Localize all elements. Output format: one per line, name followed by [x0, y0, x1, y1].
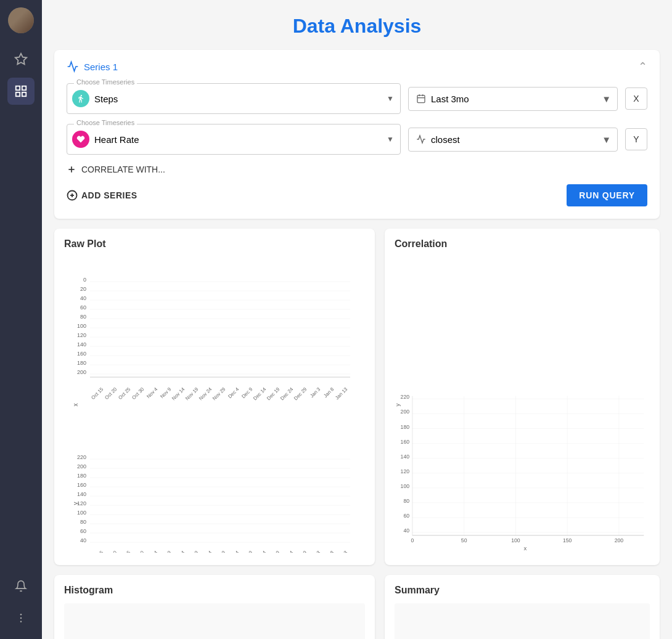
series-header: Series 1 ⌃	[67, 60, 647, 73]
svg-text:80: 80	[403, 498, 409, 504]
svg-text:Jan 3: Jan 3	[309, 386, 322, 399]
heart-rate-timeseries-label: Choose Timeseries	[74, 119, 137, 126]
svg-rect-3	[16, 92, 20, 96]
svg-text:Nov 24: Nov 24	[198, 386, 213, 402]
series-line-icon	[67, 60, 79, 73]
correlate-method-select[interactable]: closest ▼	[408, 128, 618, 152]
svg-text:Nov 14: Nov 14	[171, 386, 186, 402]
histogram-title: Histogram	[64, 585, 365, 596]
svg-text:220: 220	[401, 394, 410, 400]
svg-rect-1	[16, 86, 20, 90]
svg-text:220: 220	[77, 454, 86, 460]
query-card: Series 1 ⌃ Choose Timeseries Steps ▼	[54, 50, 660, 219]
steps-chevron-icon: ▼	[387, 94, 394, 103]
add-series-icon	[67, 190, 78, 201]
histogram-card: Histogram	[54, 575, 375, 639]
svg-text:Dec 29: Dec 29	[293, 550, 308, 553]
correlate-row[interactable]: CORRELATE WITH...	[67, 165, 647, 174]
svg-text:80: 80	[80, 314, 86, 320]
svg-text:20: 20	[80, 286, 86, 292]
svg-text:Oct 15: Oct 15	[90, 550, 104, 553]
x-badge[interactable]: X	[625, 88, 647, 110]
charts-grid: Raw Plot x 200 180 160 140 120 100 80 60…	[54, 229, 660, 639]
y-badge[interactable]: Y	[625, 128, 647, 150]
svg-text:140: 140	[401, 454, 410, 460]
histogram-placeholder	[64, 603, 365, 639]
series-label: Series 1	[84, 62, 118, 72]
svg-text:150: 150	[563, 537, 572, 543]
svg-text:200: 200	[615, 537, 624, 543]
svg-text:180: 180	[77, 360, 86, 366]
svg-text:Dec 19: Dec 19	[266, 386, 281, 402]
date-chevron-icon: ▼	[602, 94, 611, 104]
calendar-icon	[416, 94, 426, 104]
avatar[interactable]	[8, 7, 34, 33]
svg-text:Oct 30: Oct 30	[131, 386, 145, 401]
steps-icon-badge	[72, 90, 89, 107]
svg-text:140: 140	[77, 341, 86, 348]
svg-text:180: 180	[77, 473, 86, 479]
svg-text:Dec 29: Dec 29	[293, 386, 308, 402]
svg-text:100: 100	[77, 323, 86, 329]
svg-text:0: 0	[83, 277, 86, 283]
sidebar-item-favorites[interactable]	[7, 46, 35, 73]
action-row: ADD SERIES RUN QUERY	[67, 184, 647, 206]
raw-plot-svg: x 200 180 160 140 120 100 80 60 40 20 0	[64, 257, 365, 553]
steps-timeseries-group: Choose Timeseries Steps ▼	[67, 83, 401, 114]
svg-text:Dec 19: Dec 19	[266, 550, 281, 553]
sidebar-item-analytics[interactable]	[7, 78, 35, 105]
summary-title: Summary	[395, 585, 650, 596]
svg-text:Jan 8: Jan 8	[322, 386, 335, 399]
main-content: Data Analysis Series 1 ⌃ Choose Timeseri…	[42, 0, 672, 639]
svg-text:Nov 14: Nov 14	[171, 550, 186, 553]
correlation-chart-container: y 40 60 80 100 120 140 160 180 200 220	[395, 257, 650, 555]
collapse-button[interactable]: ⌃	[638, 60, 647, 73]
steps-timeseries-select[interactable]: Steps ▼	[67, 83, 401, 114]
svg-text:Jan 8: Jan 8	[322, 550, 335, 553]
svg-text:140: 140	[77, 491, 86, 497]
svg-text:Nov 9: Nov 9	[159, 550, 173, 553]
svg-text:0: 0	[411, 537, 414, 543]
svg-text:x: x	[72, 404, 79, 407]
svg-text:Dec 4: Dec 4	[227, 386, 240, 400]
plus-icon	[67, 165, 76, 174]
heart-rate-timeseries-select[interactable]: Heart Rate ▼	[67, 124, 401, 155]
svg-text:Oct 25: Oct 25	[117, 550, 131, 553]
svg-text:Oct 30: Oct 30	[131, 550, 145, 553]
svg-text:40: 40	[80, 295, 86, 301]
svg-text:100: 100	[401, 483, 410, 489]
svg-text:120: 120	[77, 332, 86, 338]
svg-text:200: 200	[401, 409, 410, 415]
correlation-title: Correlation	[395, 238, 650, 250]
svg-text:60: 60	[403, 513, 409, 519]
summary-placeholder	[395, 603, 650, 639]
svg-text:Oct 25: Oct 25	[117, 386, 131, 401]
run-query-button[interactable]: RUN QUERY	[567, 184, 647, 206]
sidebar-item-notifications[interactable]	[7, 572, 35, 600]
svg-text:Nov 4: Nov 4	[145, 550, 159, 553]
correlate-method-chevron-icon: ▼	[602, 134, 611, 145]
add-series-button[interactable]: ADD SERIES	[67, 190, 137, 201]
svg-text:Dec 24: Dec 24	[279, 550, 295, 553]
svg-text:200: 200	[77, 369, 86, 375]
svg-text:Dec 14: Dec 14	[252, 386, 268, 402]
svg-point-5	[20, 614, 22, 616]
page-title: Data Analysis	[54, 15, 660, 38]
heart-rate-chevron-icon: ▼	[387, 135, 394, 144]
heart-rate-timeseries-group: Choose Timeseries Heart Rate ▼	[67, 124, 401, 155]
svg-text:Jan 3: Jan 3	[309, 550, 322, 553]
svg-text:Nov 19: Nov 19	[184, 386, 200, 402]
steps-selected-value: Steps	[94, 94, 118, 104]
raw-plot-title: Raw Plot	[64, 238, 365, 250]
svg-text:Nov 29: Nov 29	[211, 386, 227, 402]
svg-text:Oct 15: Oct 15	[90, 386, 104, 401]
sidebar-item-more[interactable]	[7, 604, 35, 632]
svg-text:160: 160	[77, 482, 86, 488]
raw-plot-card: Raw Plot x 200 180 160 140 120 100 80 60…	[54, 229, 375, 565]
date-select[interactable]: Last 3mo ▼	[408, 87, 618, 111]
svg-text:60: 60	[80, 304, 86, 311]
svg-text:y: y	[395, 403, 401, 406]
svg-text:Dec 9: Dec 9	[240, 550, 254, 553]
correlation-svg: y 40 60 80 100 120 140 160 180 200 220	[395, 257, 650, 553]
correlate-label: CORRELATE WITH...	[81, 165, 165, 174]
